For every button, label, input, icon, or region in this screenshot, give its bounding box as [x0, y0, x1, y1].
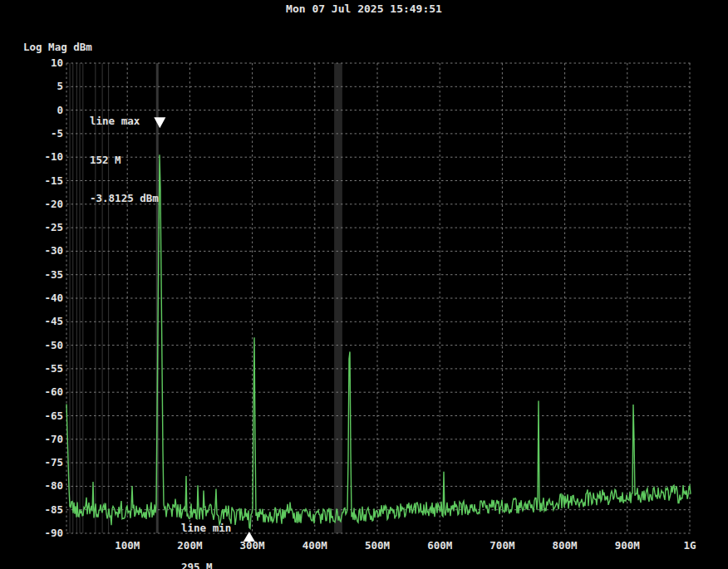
y-tick-label: -30 — [20, 244, 63, 258]
y-tick-label: 0 — [20, 104, 63, 117]
max-marker-level: -3.8125 dBm — [90, 192, 159, 205]
y-tick-label: -50 — [20, 339, 63, 352]
min-marker-frequency: 295 M — [181, 561, 250, 569]
y-tick-label: -85 — [20, 503, 63, 517]
y-tick-label: -35 — [20, 268, 63, 282]
x-tick-label: 1G — [663, 539, 716, 552]
max-marker-name: line max — [90, 115, 159, 128]
spectrum-analyzer-screen: Mon 07 Jul 2025 15:49:51 Log Mag dBm 105… — [0, 0, 728, 569]
max-marker-frequency: 152 M — [90, 154, 159, 167]
x-tick-label: 500M — [351, 539, 404, 552]
y-tick-label: -60 — [20, 385, 63, 399]
x-tick-label: 100M — [101, 539, 154, 552]
y-tick-label: -75 — [20, 456, 63, 469]
min-marker-name: line min — [181, 522, 250, 535]
spectrum-plot — [0, 0, 728, 569]
y-tick-label: -15 — [20, 174, 63, 188]
x-tick-label: 700M — [475, 539, 529, 552]
y-tick-label: -10 — [20, 150, 63, 164]
marker-annotation-max: line max 152 M -3.8125 dBm — [90, 89, 159, 231]
y-tick-label: -20 — [20, 198, 63, 211]
x-tick-label: 600M — [413, 539, 466, 552]
y-tick-label: -5 — [20, 127, 63, 140]
x-tick-label: 800M — [539, 539, 592, 552]
spectrum-trace — [66, 155, 691, 528]
y-tick-label: -55 — [20, 362, 63, 375]
y-tick-label: -70 — [20, 433, 63, 446]
y-tick-label: -90 — [20, 527, 63, 540]
y-tick-label: -40 — [20, 292, 63, 305]
x-tick-label: 400M — [288, 539, 342, 552]
y-tick-label: 5 — [20, 80, 63, 93]
y-tick-label: 10 — [20, 56, 63, 70]
y-tick-label: -80 — [20, 479, 63, 493]
x-tick-label: 900M — [601, 539, 654, 552]
y-tick-label: -65 — [20, 410, 63, 423]
y-tick-label: -45 — [20, 315, 63, 328]
marker-annotation-min: line min 295 M -89.625 dBm — [181, 496, 250, 569]
y-tick-label: -25 — [20, 221, 63, 234]
